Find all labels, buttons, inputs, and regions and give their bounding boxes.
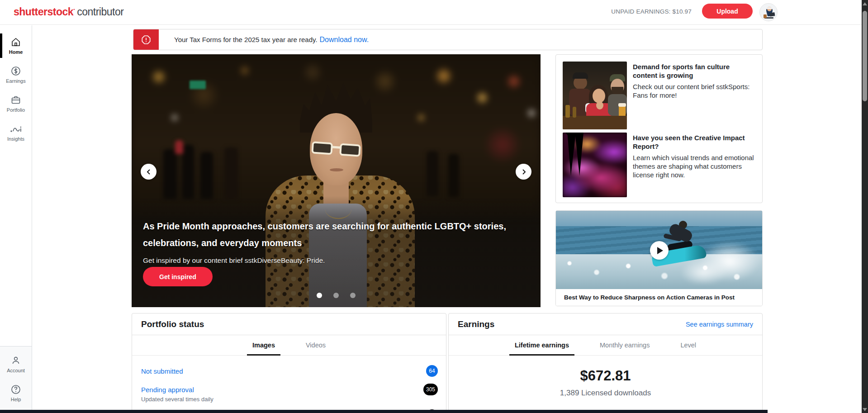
unpaid-earnings-label: UNPAID EARNINGS: $10.97 <box>611 8 692 15</box>
carousel-next-button[interactable] <box>516 164 531 180</box>
news-body: Check out our content brief sstkSports: … <box>633 82 756 100</box>
portfolio-status-header: Portfolio status <box>132 313 446 335</box>
scrollbar-thumb[interactable] <box>863 11 867 101</box>
lifetime-earnings-amount: $672.81 <box>449 368 762 384</box>
news-title: Demand for sports fan culture content is… <box>633 62 756 80</box>
top-bar: shutterstock·contributor UNPAID EARNINGS… <box>0 0 868 25</box>
left-sidebar: Home Earnings Portfolio <box>0 25 32 413</box>
question-circle-icon <box>10 384 21 395</box>
portfolio-tabs: Images Videos <box>132 335 446 356</box>
insights-wave-icon <box>10 123 22 134</box>
sidebar-item-portfolio[interactable]: Portfolio <box>0 90 32 118</box>
carousel-subtitle: Get inspired by our content brief sstkDi… <box>143 256 505 265</box>
play-icon <box>657 247 663 254</box>
upload-button[interactable]: Upload <box>702 4 753 19</box>
pending-approval-note: Updated several times daily <box>141 396 213 403</box>
portfolio-row-not-submitted: Not submitted 64 <box>141 365 438 377</box>
video-caption: Best Way to Reduce Sharpness on Action C… <box>556 289 762 306</box>
sidebar-item-label: Portfolio <box>7 107 25 113</box>
portfolio-status-title: Portfolio status <box>141 319 204 329</box>
tab-monthly-earnings[interactable]: Monthly earnings <box>594 342 655 355</box>
logo-tick: · <box>73 6 75 13</box>
news-body: Learn which visual trends and emotional … <box>633 153 756 179</box>
carousel-dot-1[interactable] <box>317 293 322 298</box>
alert-message: Your Tax Forms for the 2025 tax year are… <box>174 36 318 43</box>
not-submitted-count-badge: 64 <box>426 365 438 377</box>
get-inspired-button[interactable]: Get inspired <box>143 267 213 286</box>
sidebar-item-label: Insights <box>7 136 24 142</box>
sidebar-item-home[interactable]: Home <box>0 32 32 60</box>
sidebar-item-help[interactable]: Help <box>0 379 32 407</box>
sidebar-item-label: Home <box>9 49 23 55</box>
pending-approval-link[interactable]: Pending approval <box>141 386 194 394</box>
news-item-sports-fans[interactable]: Demand for sports fan culture content is… <box>563 62 756 129</box>
bottom-dark-strip <box>0 410 768 413</box>
shutterstock-logo[interactable]: shutterstock·contributor <box>14 6 123 18</box>
jet-ski-thumbnail <box>556 211 762 290</box>
scrollbar-up-arrow-icon[interactable] <box>862 0 868 7</box>
carousel-dots <box>132 293 541 298</box>
earnings-header: Earnings See earnings summary <box>449 313 762 335</box>
dollar-circle-icon <box>10 66 21 76</box>
shutterstock-contributor-dashboard: shutterstock·contributor UNPAID EARNINGS… <box>0 0 868 413</box>
carousel-headline: As Pride Month approaches, customers are… <box>143 218 536 252</box>
sidebar-item-label: Help <box>11 397 21 402</box>
tab-videos[interactable]: Videos <box>300 342 331 355</box>
avatar-illustration <box>760 4 778 21</box>
tab-level[interactable]: Level <box>675 342 702 355</box>
earnings-tabs: Lifetime earnings Monthly earnings Level <box>449 335 762 356</box>
user-avatar[interactable] <box>759 3 778 21</box>
portfolio-row-pending-approval: Pending approval 305 <box>141 384 438 395</box>
sidebar-item-account[interactable]: Account <box>0 350 32 378</box>
home-icon <box>10 37 21 47</box>
briefcase-icon <box>10 95 21 105</box>
promo-carousel: As Pride Month approaches, customers are… <box>132 54 541 307</box>
tab-images[interactable]: Images <box>247 342 280 355</box>
page-scrollbar[interactable] <box>862 0 868 413</box>
sidebar-bottom-group: Account Help <box>0 346 32 410</box>
download-now-link[interactable]: Download now. <box>320 36 369 44</box>
carousel-dot-2[interactable] <box>333 293 339 298</box>
sidebar-item-label: Account <box>7 368 25 373</box>
warning-octagon-icon <box>141 35 151 45</box>
news-title: Have you seen the Creative Impact Report… <box>633 133 756 151</box>
sidebar-item-insights[interactable]: Insights <box>0 119 32 147</box>
sports-fans-thumbnail <box>563 62 627 129</box>
news-item-creative-impact[interactable]: Have you seen the Creative Impact Report… <box>563 133 756 197</box>
logo-brand-text: shutterstock <box>14 6 73 18</box>
carousel-dot-3[interactable] <box>350 293 356 298</box>
see-earnings-summary-link[interactable]: See earnings summary <box>686 321 753 328</box>
tax-forms-alert-banner: Your Tax Forms for the 2025 tax year are… <box>133 29 763 50</box>
tab-lifetime-earnings[interactable]: Lifetime earnings <box>509 342 574 355</box>
not-submitted-link[interactable]: Not submitted <box>141 367 183 375</box>
person-icon <box>10 355 21 366</box>
play-button[interactable] <box>650 241 669 260</box>
chevron-right-icon <box>521 169 526 175</box>
sidebar-item-label: Earnings <box>6 78 25 84</box>
pending-approval-count-badge: 305 <box>423 384 438 395</box>
logo-product-text: contributor <box>77 6 123 18</box>
sidebar-item-earnings[interactable]: Earnings <box>0 61 32 89</box>
alert-icon-box <box>133 29 159 50</box>
earnings-title: Earnings <box>458 319 494 329</box>
portfolio-status-card: Portfolio status Images Videos Not submi… <box>132 313 446 413</box>
video-card[interactable]: Best Way to Reduce Sharpness on Action C… <box>555 210 763 306</box>
news-card: Demand for sports fan culture content is… <box>555 54 763 203</box>
abstract-fluid-thumbnail <box>563 133 627 197</box>
scrollbar-down-arrow-icon[interactable] <box>862 406 868 413</box>
chevron-left-icon <box>146 169 152 175</box>
earnings-card: Earnings See earnings summary Lifetime e… <box>448 313 763 413</box>
licensed-downloads-count: 1,389 Licensed downloads <box>449 389 762 398</box>
carousel-prev-button[interactable] <box>141 164 157 180</box>
